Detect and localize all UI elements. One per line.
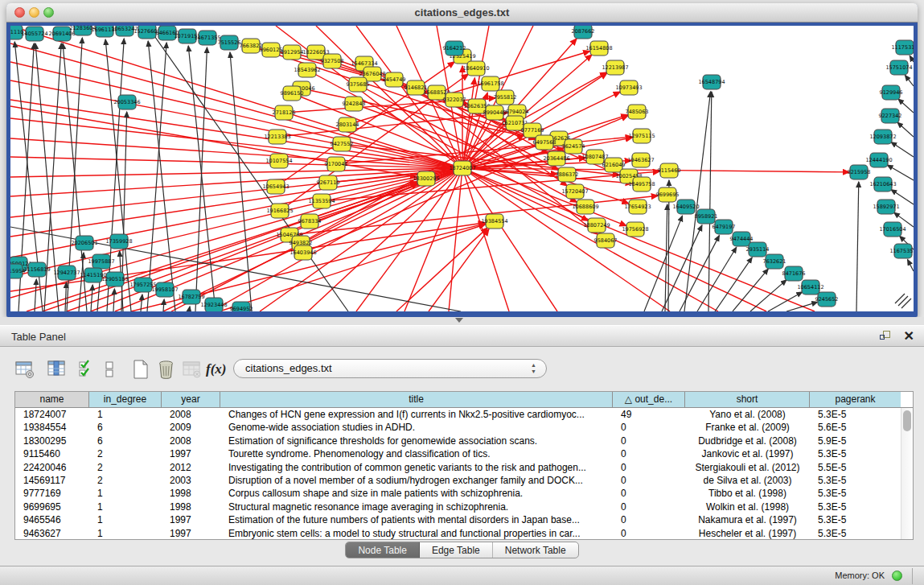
graph-node[interactable]: 6497568 [533,135,556,150]
citation-edge-black[interactable] [195,47,207,311]
graph-node[interactable]: 9896150 [281,86,304,101]
table-row[interactable]: 946362711997Embryonic stem cells: a mode… [15,527,913,540]
graph-node[interactable]: 9170041 [325,157,348,171]
citation-edge-black[interactable] [856,182,859,311]
graph-node[interactable]: 7955812 [494,90,517,105]
graph-node[interactable]: 17016504 [879,222,906,237]
graph-node[interactable]: 9678334 [298,214,322,229]
close-panel-icon[interactable]: ✕ [904,328,914,344]
citation-edge-black[interactable] [891,142,914,157]
table-row[interactable]: 977716911998Corpus callosum shape and si… [15,487,913,500]
graph-node[interactable]: 9115460 [658,163,681,178]
graph-node[interactable]: 7515526 [218,35,241,50]
function-builder-icon[interactable]: f(x) [206,361,228,384]
citation-edge-black[interactable] [898,296,908,306]
tab-edge-table[interactable]: Edge Table [420,542,493,558]
graph-node[interactable]: 17359928 [105,234,132,249]
table-source-select[interactable]: citations_edges.txt ▲▼ [233,359,547,378]
tab-network-table[interactable]: Network Table [493,542,578,558]
column-header-year[interactable]: year [162,392,220,407]
graph-node[interactable]: 2087662 [572,26,595,39]
citation-edge-black[interactable] [147,43,166,311]
citation-edge-red[interactable] [10,168,462,298]
graph-node[interactable]: 17654923 [624,200,651,214]
citation-edge-black[interactable] [91,285,92,311]
delete-table-icon[interactable] [156,359,179,381]
graph-node[interactable]: 8958921 [695,209,718,224]
graph-node[interactable]: 8471676 [782,266,806,281]
citation-edge-black[interactable] [163,299,164,311]
graph-node[interactable]: 7632621 [763,254,786,269]
graph-node[interactable]: 7485063 [626,105,649,119]
graph-node[interactable]: 9327508 [321,54,344,68]
citation-edge-black[interactable] [715,257,752,311]
citation-edge-black[interactable] [708,92,712,311]
graph-node[interactable]: 9584067 [594,233,618,248]
graph-node[interactable]: 16210643 [869,177,896,192]
graph-node[interactable]: 8912954 [281,45,304,60]
citation-edge-red[interactable] [10,168,462,237]
table-row[interactable]: 1872400712008Changes of HCN gene express… [15,408,913,421]
graph-node[interactable]: 10654943 [262,179,289,194]
split-pane-divider[interactable] [0,317,924,325]
graph-node[interactable]: 2803144 [336,117,359,132]
citation-edge-red[interactable] [462,168,509,311]
graph-node[interactable]: 8215958 [848,165,871,179]
citation-edge-black[interactable] [910,56,914,62]
citation-edge-black[interactable] [908,260,914,271]
table-row[interactable]: 946554611997Estimation of the future num… [15,513,913,526]
graph-node[interactable]: 12975115 [628,129,655,143]
citation-edge-black[interactable] [35,279,36,311]
graph-node[interactable]: 3624574 [562,139,585,154]
column-visibility-icon[interactable] [47,359,69,381]
clear-selection-icon[interactable] [100,359,122,381]
citation-edge-black[interactable] [895,294,905,303]
citation-edge-black[interactable] [65,282,67,311]
graph-node[interactable]: 7886372 [556,167,579,182]
citation-edge-black[interactable] [750,280,786,311]
graph-node[interactable]: 9267110 [317,175,340,190]
graph-node[interactable]: 19463627 [627,153,654,167]
graph-node[interactable]: 20053346 [113,95,140,109]
graph-node[interactable]: 20206501 [71,236,97,250]
citation-edge-black[interactable] [901,299,911,308]
graph-node[interactable]: 8990448 [483,105,507,120]
citation-edge-red[interactable] [220,225,486,311]
tab-node-table[interactable]: Node Table [346,542,420,558]
graph-node[interactable]: 16154808 [585,41,612,56]
scrollbar-thumb[interactable] [903,410,911,431]
column-header-short[interactable]: short [685,392,810,407]
citation-edge-black[interactable] [786,302,818,311]
column-header-name[interactable]: name [15,392,89,407]
graph-node[interactable]: 19384554 [481,214,507,229]
collapse-panel-arrow-icon[interactable] [455,318,463,323]
graph-node[interactable]: 9242843 [343,97,366,111]
citation-edge-black[interactable] [898,99,914,113]
table-vertical-scrollbar[interactable] [901,408,913,539]
graph-node[interactable]: 9375685 [347,77,370,92]
graph-node[interactable]: 12093872 [869,130,896,144]
table-row[interactable]: 1938455462009Genome-wide association stu… [15,421,913,434]
citation-edge-black[interactable] [189,307,190,311]
select-rows-icon[interactable] [77,359,100,381]
table-settings-icon[interactable] [14,359,37,381]
memory-ok-indicator-icon[interactable] [892,571,902,581]
graph-node[interactable]: 9960125 [260,43,283,57]
graph-node[interactable]: 9129946 [880,85,903,100]
citation-edge-black[interactable] [697,247,737,311]
citation-edge-red[interactable] [429,229,489,311]
graph-node[interactable]: 9322037 [443,93,466,107]
graph-node[interactable]: 9164212 [443,41,466,56]
graph-node[interactable]: 16409520 [672,200,699,214]
float-panel-icon[interactable] [880,331,892,343]
network-window-titlebar[interactable]: citations_edges.txt [6,3,918,23]
graph-node[interactable]: 15751074 [885,60,912,75]
graph-node[interactable]: 9227342 [879,109,902,123]
citation-edge-black[interactable] [905,75,914,86]
graph-node[interactable]: 9699695 [656,187,680,202]
column-header-pagerank[interactable]: pagerank [810,392,901,407]
citation-edge-black[interactable] [644,216,683,311]
citation-edge-black[interactable] [113,289,114,311]
column-header-title[interactable]: title [220,392,613,407]
table-row[interactable]: 969969511998Structural magnetic resonanc… [15,501,913,513]
